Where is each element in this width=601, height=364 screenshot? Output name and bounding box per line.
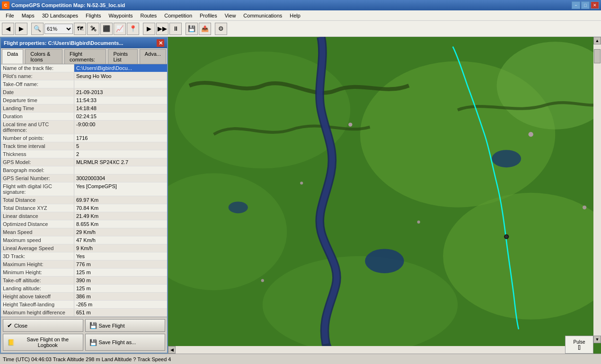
table-row: Mean Speed 29 Km/h <box>1 228 167 236</box>
map-area[interactable]: ▲ ▼ ◀ ▶ Pulse [] <box>168 37 601 354</box>
table-row: Maximum Height: 776 m <box>1 260 167 269</box>
table-row: GPS Serial Number: 3002000304 <box>1 174 167 182</box>
close-button[interactable]: ✔ Close <box>3 319 83 332</box>
menu-profiles[interactable]: Profiles <box>196 12 221 19</box>
close-label: Close <box>14 323 27 329</box>
minimize-button[interactable]: − <box>572 1 580 9</box>
table-row: Barograph model: <box>1 166 167 174</box>
button-row-1: ✔ Close 💾 Save Flight <box>3 319 165 332</box>
button-row-2: 📒 Save Flight on the Logbook 💾 Save Flig… <box>3 334 165 351</box>
tb-forward-button[interactable]: ▶ <box>15 23 27 35</box>
svg-point-15 <box>261 279 264 282</box>
table-row: Height above takeoff 386 m <box>1 293 167 301</box>
scroll-track-vertical[interactable] <box>593 44 601 336</box>
table-row: 3D Track: Yes <box>1 252 167 260</box>
table-row: Maximum speed 47 Km/h <box>1 236 167 244</box>
menu-routes[interactable]: Routes <box>136 12 160 19</box>
table-row: Landing altitude: 125 m <box>1 285 167 293</box>
menu-competition[interactable]: Competition <box>160 12 196 19</box>
menu-3d-landscapes[interactable]: 3D Landscapes <box>38 12 82 19</box>
dialog-tabs: Data Colors & Icons Flight comments: Poi… <box>1 48 167 64</box>
svg-point-7 <box>365 249 404 273</box>
menu-view[interactable]: View <box>221 12 240 19</box>
save-as-icon: 💾 <box>89 339 97 346</box>
tab-data[interactable]: Data <box>2 49 23 64</box>
table-row: Take-Off name: <box>1 80 167 88</box>
dialog-title-text: Flight properties: C:\Users\Bigbird\Docu… <box>4 40 123 46</box>
save-icon: 💾 <box>89 322 97 329</box>
svg-point-13 <box>529 132 533 137</box>
tb-zoom-in-button[interactable]: 🔍 <box>31 23 44 35</box>
tab-advanced[interactable]: Adva... <box>140 49 166 64</box>
app-icon: C <box>2 1 9 9</box>
scroll-track-horizontal[interactable] <box>176 346 586 354</box>
svg-point-17 <box>505 235 508 238</box>
table-row: Optimized Distance 8.655 Km <box>1 220 167 228</box>
menu-file[interactable]: File <box>2 12 18 19</box>
tb-export-button[interactable]: 💾 <box>186 23 198 35</box>
pulse-box: Pulse [] <box>565 336 593 354</box>
tb-play2-button[interactable]: ▶▶ <box>156 23 168 35</box>
table-row: Lineal Average Speed 9 Km/h <box>1 244 167 252</box>
tb-map-button[interactable]: 🗺 <box>74 23 86 35</box>
menu-maps[interactable]: Maps <box>18 12 38 19</box>
dialog-close-button[interactable]: ✕ <box>157 39 164 47</box>
svg-point-11 <box>300 182 303 184</box>
table-row: GPS Model: MLRMLR SP24XC 2.7 <box>1 158 167 166</box>
title-bar: C CompeGPS Competition Map: N-52-35_loc.… <box>0 0 601 10</box>
save-flight-label: Save Flight <box>99 323 125 329</box>
svg-point-9 <box>229 201 248 213</box>
map-horizontal-scrollbar: ◀ ▶ <box>168 346 593 354</box>
table-row: Departure time 11:54:33 <box>1 96 167 104</box>
maximize-button[interactable]: □ <box>581 1 590 9</box>
flight-properties-dialog: Flight properties: C:\Users\Bigbird\Docu… <box>0 37 168 354</box>
zoom-select[interactable]: 25% 50% 61% 75% 100% <box>44 24 73 34</box>
tab-flight-comments[interactable]: Flight comments: <box>64 49 106 64</box>
scroll-left-button[interactable]: ◀ <box>168 346 176 354</box>
svg-point-5 <box>263 256 458 354</box>
status-text: Time (UTC) 04:46:03 Track Altitude 298 m… <box>3 356 598 362</box>
toolbar: ◀ ▶ 🔍 25% 50% 61% 75% 100% 🗺 🛰 ⬛ 📈 📍 ▶ ▶… <box>0 21 601 37</box>
tab-points-list[interactable]: Points List <box>108 49 137 64</box>
table-row: Total Distance 69.97 Km <box>1 196 167 204</box>
tb-settings-button[interactable]: ⚙ <box>215 23 227 35</box>
table-row: Landing Time 14:18:48 <box>1 104 167 113</box>
table-row: Date 21-09-2013 <box>1 88 167 96</box>
table-row: Number of points: 1716 <box>1 134 167 142</box>
save-flight-as-button[interactable]: 💾 Save Flight as... <box>85 334 166 351</box>
tb-layers-button[interactable]: ⬛ <box>100 23 113 35</box>
tb-export2-button[interactable]: 📤 <box>199 23 211 35</box>
table-row: Pilot's name: Seung Ho Woo <box>1 72 167 80</box>
tb-pause-button[interactable]: ⏸ <box>169 23 182 35</box>
table-row: Duration 02:24:15 <box>1 113 167 121</box>
scroll-thumb-vertical[interactable] <box>594 49 601 63</box>
scroll-down-button[interactable]: ▼ <box>593 336 601 343</box>
tb-back-button[interactable]: ◀ <box>2 23 14 35</box>
table-row: Linear distance 21.49 Km <box>1 212 167 220</box>
tab-colors-icons[interactable]: Colors & Icons <box>25 49 62 64</box>
status-bar: Time (UTC) 04:46:03 Track Altitude 298 m… <box>0 354 601 364</box>
menu-communications[interactable]: Communications <box>239 12 286 19</box>
tb-play-button[interactable]: ▶ <box>143 23 155 35</box>
dialog-buttons: ✔ Close 💾 Save Flight 📒 Save Flight on t… <box>1 317 167 353</box>
table-row: Local time and UTC difference: -9:00:00 <box>1 121 167 134</box>
table-row: Thickness 2 <box>1 150 167 158</box>
scroll-up-button[interactable]: ▲ <box>593 37 601 44</box>
close-window-button[interactable]: ✕ <box>591 1 599 9</box>
pulse-value: [] <box>578 345 581 350</box>
save-logbook-label: Save Flight on the Logbook <box>17 337 79 348</box>
tb-chart-button[interactable]: 📈 <box>114 23 126 35</box>
dialog-title-bar: Flight properties: C:\Users\Bigbird\Docu… <box>1 38 167 48</box>
main-content: Flight properties: C:\Users\Bigbird\Docu… <box>0 37 601 354</box>
svg-point-12 <box>417 221 420 224</box>
tb-waypoint-button[interactable]: 📍 <box>127 23 139 35</box>
menu-waypoints[interactable]: Waypoints <box>105 12 137 19</box>
save-flight-button[interactable]: 💾 Save Flight <box>85 319 166 332</box>
table-row: Flight with digital IGC signature: Yes [… <box>1 182 167 196</box>
menu-flights[interactable]: Flights <box>82 12 105 19</box>
flight-data-table: Name of the track file: C:\Users\Bigbird… <box>1 64 167 317</box>
save-logbook-button[interactable]: 📒 Save Flight on the Logbook <box>3 334 83 351</box>
svg-point-10 <box>348 122 352 126</box>
menu-help[interactable]: Help <box>286 12 304 19</box>
tb-satellite-button[interactable]: 🛰 <box>87 23 99 35</box>
